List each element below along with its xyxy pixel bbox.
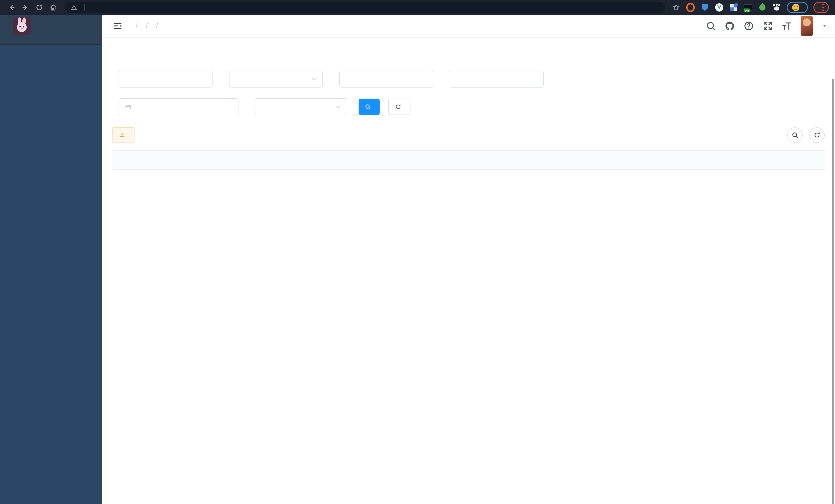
site-security[interactable] [71,4,80,11]
refresh-icon [814,132,820,138]
font-size-icon[interactable] [781,21,792,31]
filter-row-2 [113,98,825,115]
navbar-actions [706,16,828,36]
calendar-icon [125,103,131,110]
main-area: / / / [102,15,835,504]
search-icon [365,104,371,110]
chevron-down-icon [311,76,317,82]
extension-paw-icon[interactable] [772,3,781,12]
sidebar-menu [0,37,102,44]
avatar-caret-icon[interactable] [822,23,828,29]
chrome-update-badge[interactable] [813,2,829,13]
search-button[interactable] [359,99,380,115]
page-scrollbar[interactable] [832,79,834,504]
export-button[interactable] [113,127,135,143]
browser-home-icon[interactable] [48,3,58,12]
browser-toolbar: on [0,0,835,15]
profile-emoji-icon [792,4,799,11]
extension-shield-icon[interactable] [700,3,709,12]
app-name-input[interactable] [339,70,433,87]
extension-orange-icon[interactable] [686,3,695,12]
filter-request-url [444,70,544,87]
warning-icon [71,4,77,11]
browser-forward-icon[interactable] [21,3,30,12]
bookmark-star-icon[interactable] [672,3,680,12]
table-settings [780,127,825,143]
filter-exception-time [113,98,239,115]
download-icon [119,132,125,138]
header-search-icon[interactable] [706,21,716,31]
tags-view-bar [102,38,835,61]
extension-grid-icon[interactable] [729,3,738,12]
reset-button[interactable] [388,99,410,115]
user-avatar[interactable] [801,16,813,36]
refresh-table-button[interactable] [809,127,825,143]
sync-paused-badge[interactable] [787,2,808,13]
user-type-select[interactable] [229,70,323,87]
table-header [113,150,825,170]
filter-process-status [249,98,347,115]
extension-switch-icon[interactable]: on [744,3,752,12]
brand [0,15,102,37]
sidebar-toggle-icon[interactable] [113,21,123,31]
exception-time-range-picker[interactable] [119,98,239,115]
chevron-down-icon [335,104,341,110]
browser-extensions-area: on [672,2,830,13]
process-status-select[interactable] [255,98,347,115]
search-icon [792,132,798,138]
filter-user-type [223,70,323,87]
filter-user-id [113,70,212,87]
sidebar-menu-bottom [0,44,102,504]
screen: on [0,0,835,504]
request-url-input[interactable] [450,70,544,87]
help-icon[interactable] [744,21,754,31]
breadcrumb: / / / [131,22,162,30]
filter-row-1 [113,70,825,87]
sidebar [0,15,102,504]
extension-vue-devtools-icon[interactable] [715,3,724,12]
table-toolbar [113,127,825,143]
user-id-input[interactable] [119,70,212,87]
error-log-table [113,150,825,170]
browser-menu-icon[interactable] [822,4,824,11]
page-content [102,70,835,170]
filter-app-name [333,70,433,87]
refresh-icon [395,104,401,110]
extension-leaf-icon[interactable] [758,3,767,12]
browser-reload-icon[interactable] [34,3,44,12]
address-bar[interactable] [65,2,665,13]
app-logo [13,17,31,35]
fullscreen-icon[interactable] [762,21,773,31]
app-navbar: / / / [102,15,835,38]
browser-back-icon[interactable] [7,3,16,12]
toggle-search-button[interactable] [787,127,803,143]
github-icon[interactable] [725,21,735,31]
